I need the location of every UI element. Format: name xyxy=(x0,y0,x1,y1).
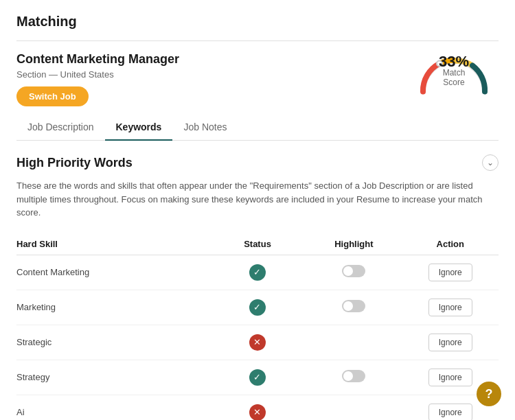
section-header: High Priority Words ⌄ xyxy=(16,154,499,171)
skill-name: Strategic xyxy=(16,325,209,360)
ignore-button[interactable]: Ignore xyxy=(428,334,472,351)
tab-keywords[interactable]: Keywords xyxy=(105,115,173,141)
tab-job-notes[interactable]: Job Notes xyxy=(172,115,238,141)
status-cell: ✓ xyxy=(209,290,306,325)
skill-name: Ai xyxy=(16,395,209,420)
status-cell: ✓ xyxy=(209,255,306,290)
ignore-button[interactable]: Ignore xyxy=(428,264,472,281)
status-cell: ✓ xyxy=(209,360,306,395)
table-row: Strategic✕Ignore xyxy=(16,325,499,360)
table-row: Content Marketing✓Ignore xyxy=(16,255,499,290)
job-header: Content Marketing Manager Section — Unit… xyxy=(16,52,499,106)
th-highlight: Highlight xyxy=(306,233,402,255)
highlight-toggle[interactable] xyxy=(342,370,365,382)
job-info: Content Marketing Manager Section — Unit… xyxy=(16,52,409,106)
page-title: Matching xyxy=(16,14,499,30)
status-x-icon: ✕ xyxy=(249,404,266,421)
status-x-icon: ✕ xyxy=(249,334,266,351)
skill-name: Content Marketing xyxy=(16,255,209,290)
skill-name: Strategy xyxy=(16,360,209,395)
status-check-icon: ✓ xyxy=(249,299,266,316)
status-cell: ✕ xyxy=(209,325,306,360)
highlight-cell xyxy=(306,325,402,360)
highlight-cell xyxy=(306,255,402,290)
th-status: Status xyxy=(209,233,306,255)
gauge-container: 33% Match Score xyxy=(409,52,499,100)
status-cell: ✕ xyxy=(209,395,306,420)
status-check-icon: ✓ xyxy=(249,369,266,386)
highlight-cell xyxy=(306,360,402,395)
th-skill: Hard Skill xyxy=(16,233,209,255)
ignore-button[interactable]: Ignore xyxy=(428,404,472,421)
gauge-text-overlay: 33% Match Score xyxy=(435,53,473,87)
highlight-cell xyxy=(306,395,402,420)
section-title: High Priority Words xyxy=(16,156,133,170)
gauge-label: Match Score xyxy=(435,68,473,87)
tabs-container: Job Description Keywords Job Notes xyxy=(16,115,499,141)
table-row: Strategy✓Ignore xyxy=(16,360,499,395)
ignore-button[interactable]: Ignore xyxy=(428,369,472,386)
skill-name: Marketing xyxy=(16,290,209,325)
switch-job-button[interactable]: Switch Job xyxy=(16,86,89,106)
th-action: Action xyxy=(402,233,499,255)
skills-table: Hard Skill Status Highlight Action Conte… xyxy=(16,233,499,421)
job-title: Content Marketing Manager xyxy=(16,52,409,67)
highlight-cell xyxy=(306,290,402,325)
ignore-button[interactable]: Ignore xyxy=(428,299,472,316)
gauge-wrapper: 33% Match Score xyxy=(416,52,492,100)
collapse-chevron-icon[interactable]: ⌄ xyxy=(482,154,499,171)
section-description: These are the words and skills that ofte… xyxy=(16,179,499,220)
help-button[interactable]: ? xyxy=(477,382,501,406)
table-row: Ai✕Ignore xyxy=(16,395,499,420)
action-cell: Ignore xyxy=(402,290,499,325)
action-cell: Ignore xyxy=(402,255,499,290)
job-location: Section — United States xyxy=(16,69,409,80)
highlight-toggle[interactable] xyxy=(342,300,365,312)
header-divider xyxy=(16,40,499,41)
tab-job-description[interactable]: Job Description xyxy=(16,115,105,141)
highlight-toggle[interactable] xyxy=(342,265,365,277)
action-cell: Ignore xyxy=(402,325,499,360)
table-row: Marketing✓Ignore xyxy=(16,290,499,325)
status-check-icon: ✓ xyxy=(249,264,266,281)
